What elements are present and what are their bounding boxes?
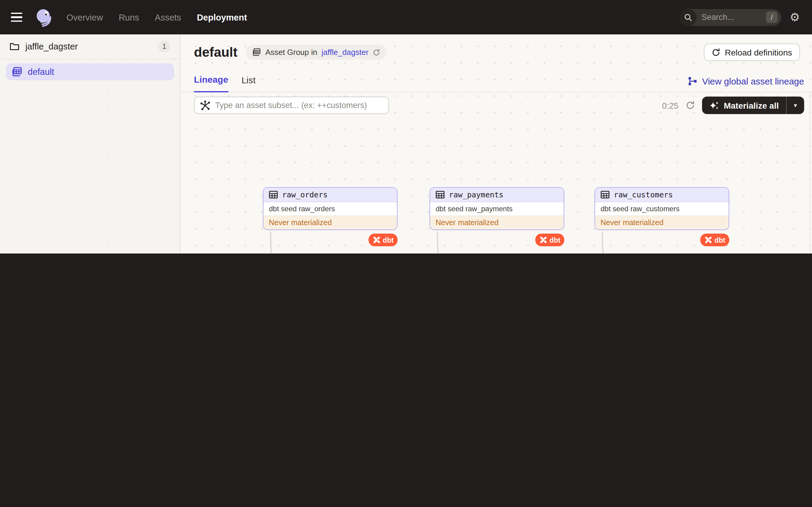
tabs-row: Lineage List View global asset lineage (181, 69, 812, 92)
dbt-kind-badge: dbt (700, 234, 729, 246)
asset-subset-icon (200, 100, 210, 110)
sidebar: jaffle_dagster 1 default (0, 35, 181, 253)
asset-subset-input[interactable] (194, 97, 389, 114)
materialize-all-button[interactable]: Materialize all ▾ (702, 97, 804, 114)
asset-status: Never materialized (263, 216, 397, 229)
graph-toolbar: 0:25 Materialize all ▾ (194, 97, 804, 114)
dbt-badge-label: dbt (714, 236, 725, 243)
asset-status: Never materialized (430, 216, 564, 229)
asset-status: Never materialized (595, 216, 729, 229)
table-icon (601, 191, 610, 199)
reload-definitions-label: Reload definitions (725, 47, 792, 57)
view-global-asset-lineage-link[interactable]: View global asset lineage (688, 76, 804, 92)
dbt-logo-icon (704, 236, 712, 244)
asset-group-breadcrumb: Asset Group in jaffle_dagster (246, 45, 387, 60)
dbt-logo-icon (372, 236, 380, 244)
asset-count-badge: 1 (158, 41, 170, 53)
asset-node-raw_orders[interactable]: raw_ordersdbt seed raw_ordersNever mater… (263, 187, 398, 230)
dbt-kind-badge: dbt (535, 234, 564, 246)
nav-item-runs[interactable]: Runs (119, 12, 139, 22)
asset-name: raw_orders (282, 190, 328, 199)
table-icon (436, 191, 445, 199)
top-nav: Overview Runs Assets Deployment Search..… (0, 0, 812, 35)
lineage-graph-canvas[interactable]: 0:25 Materialize all ▾ (181, 92, 812, 253)
app-window: Overview Runs Assets Deployment Search..… (0, 0, 812, 253)
asset-group-icon (12, 67, 22, 77)
page-title: default (194, 44, 238, 60)
nav-tabs: Overview Runs Assets Deployment (66, 12, 247, 22)
nav-right: Search... / ⚙ (680, 9, 804, 25)
nav-item-deployment[interactable]: Deployment (197, 12, 247, 22)
lineage-edge (271, 232, 272, 253)
lineage-graph-icon (688, 77, 697, 86)
materialize-all-label: Materialize all (724, 101, 779, 110)
search-input[interactable]: Search... / (680, 9, 781, 25)
breadcrumb-prefix: Asset Group in (265, 48, 317, 57)
nav-item-assets[interactable]: Assets (155, 12, 181, 22)
asset-node-header: raw_payments (430, 188, 564, 202)
asset-description: dbt seed raw_customers (595, 202, 729, 216)
table-icon (269, 191, 278, 199)
sidebar-item-default-group[interactable]: default (6, 63, 174, 80)
refresh-icon[interactable] (373, 49, 380, 56)
asset-name: raw_payments (449, 190, 504, 199)
dagster-logo-icon[interactable] (34, 7, 54, 27)
sidebar-item-code-location[interactable]: jaffle_dagster 1 (0, 35, 180, 59)
asset-node-header: raw_orders (263, 188, 397, 202)
dbt-badge-label: dbt (383, 236, 394, 243)
code-location-label: jaffle_dagster (26, 42, 78, 51)
asset-description: dbt seed raw_orders (263, 202, 397, 216)
group-label: default (28, 67, 54, 77)
refresh-icon[interactable] (686, 101, 695, 110)
search-shortcut-key: / (766, 11, 777, 23)
sparkle-icon (709, 101, 719, 110)
dbt-kind-badge: dbt (368, 234, 398, 246)
refresh-timer: 0:25 (662, 101, 678, 110)
asset-node-raw_payments[interactable]: raw_paymentsdbt seed raw_paymentsNever m… (429, 187, 564, 230)
folder-icon (10, 42, 19, 51)
gear-icon[interactable]: ⚙ (790, 11, 800, 23)
tab-lineage[interactable]: Lineage (194, 74, 228, 92)
lineage-edge (438, 232, 439, 253)
asset-description: dbt seed raw_payments (430, 202, 564, 216)
main-content: default Asset Group in jaffle_dagster Re… (181, 35, 812, 253)
asset-node-header: raw_customers (595, 188, 729, 202)
lineage-edge (602, 232, 604, 253)
page-header: default Asset Group in jaffle_dagster Re… (181, 35, 812, 61)
nav-item-overview[interactable]: Overview (66, 12, 103, 22)
dbt-badge-label: dbt (550, 236, 560, 243)
asset-node-raw_customers[interactable]: raw_customersdbt seed raw_customersNever… (595, 187, 729, 230)
tab-list[interactable]: List (241, 75, 256, 92)
asset-name: raw_customers (614, 190, 673, 199)
reload-definitions-button[interactable]: Reload definitions (704, 44, 800, 61)
search-icon (680, 9, 697, 25)
menu-icon[interactable] (11, 9, 28, 25)
breadcrumb-location-link[interactable]: jaffle_dagster (321, 48, 368, 57)
refresh-icon (711, 48, 720, 56)
view-global-asset-lineage-label: View global asset lineage (702, 76, 804, 86)
search-placeholder: Search... (701, 13, 766, 22)
dbt-logo-icon (539, 236, 547, 244)
chevron-down-icon[interactable]: ▾ (786, 97, 804, 114)
asset-group-icon (253, 48, 261, 56)
